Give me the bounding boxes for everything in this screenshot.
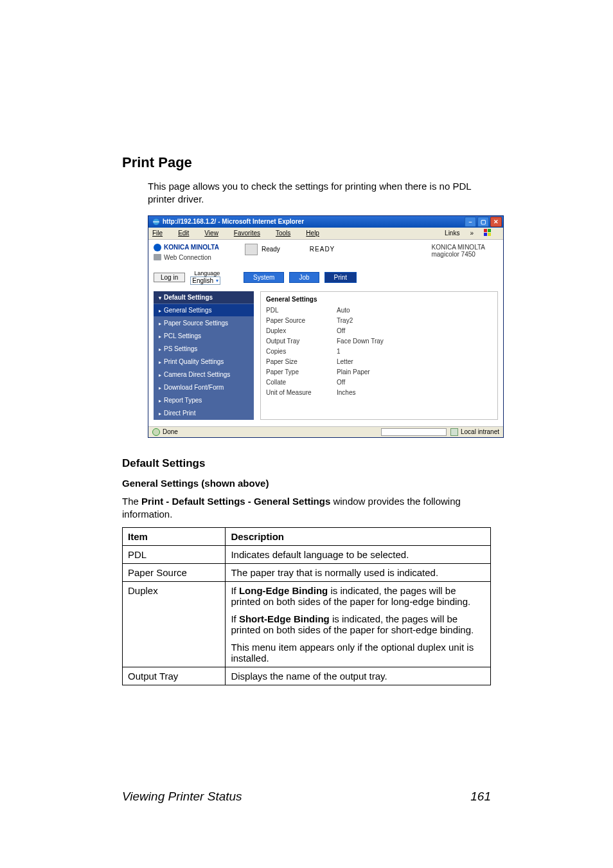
sidebar-item-download-font-form[interactable]: ▸Download Font/Form (154, 381, 254, 394)
page-content: KONICA MINOLTA Web Connection Ready READ… (148, 240, 503, 426)
cell-item: PDL (123, 546, 226, 564)
printer-icon (245, 244, 258, 255)
sidebar-item-paper-source-settings[interactable]: ▸Paper Source Settings (154, 317, 254, 330)
web-connection-label: Web Connection (154, 254, 219, 261)
cell-desc: Displays the name of the output tray. (226, 667, 491, 685)
cell-desc: If Long-Edge Binding is indicated, the p… (226, 582, 491, 667)
done-icon (152, 428, 160, 436)
minimize-button[interactable]: – (465, 217, 476, 227)
close-button[interactable]: ✕ (490, 217, 502, 227)
kv-copies: Copies1 (266, 348, 492, 355)
sidebar-header-default-settings[interactable]: ▾Default Settings (154, 291, 254, 304)
triangle-right-icon: ▸ (159, 398, 161, 404)
status-ready-label: Ready (262, 246, 280, 253)
tab-system[interactable]: System (244, 272, 284, 283)
triangle-right-icon: ▸ (159, 411, 161, 417)
window-title: http://192.168.1.2/ - Microsoft Internet… (163, 218, 465, 225)
kv-duplex: DuplexOff (266, 327, 492, 334)
footer-section: Viewing Printer Status (122, 790, 470, 804)
kv-paper-source: Paper SourceTray2 (266, 317, 492, 324)
sidebar-item-general-settings[interactable]: ▸General Settings (154, 304, 254, 317)
intranet-icon (450, 428, 458, 436)
sidebar-item-ps-settings[interactable]: ▸PS Settings (154, 343, 254, 356)
status-bar: Done Local intranet (148, 426, 503, 437)
kv-unit-of-measure: Unit of MeasureInches (266, 389, 492, 396)
section-general-settings: General Settings (shown above) (122, 478, 491, 489)
menu-edit[interactable]: Edit (178, 230, 197, 237)
table-row: Duplex If Long-Edge Binding is indicated… (123, 582, 491, 667)
info-table: Item Description PDL Indicates default l… (122, 527, 491, 685)
svg-rect-4 (488, 233, 491, 236)
menu-view[interactable]: View (204, 230, 226, 237)
description-text: The Print - Default Settings - General S… (122, 495, 491, 521)
triangle-right-icon: ▸ (159, 372, 161, 378)
sidebar: ▾Default Settings ▸General Settings ▸Pap… (154, 291, 254, 420)
menu-favorites[interactable]: Favorites (234, 230, 268, 237)
cell-desc: The paper tray that is normally used is … (226, 564, 491, 582)
device-brand: KONICA MINOLTA (431, 244, 485, 251)
triangle-right-icon: ▸ (159, 347, 161, 352)
svg-rect-1 (484, 229, 487, 232)
maximize-button[interactable]: ▢ (477, 217, 489, 227)
chevron-down-icon: ▾ (216, 278, 218, 284)
progress-bar (381, 428, 447, 436)
svg-rect-2 (488, 229, 491, 232)
sidebar-item-pcl-settings[interactable]: ▸PCL Settings (154, 330, 254, 343)
intro-text: This page allows you to check the settin… (148, 180, 491, 206)
cell-item: Paper Source (123, 564, 226, 582)
windows-flag-icon (484, 229, 492, 238)
panel-title: General Settings (266, 296, 492, 303)
menu-bar: File Edit View Favorites Tools Help Link… (148, 228, 503, 240)
menu-help[interactable]: Help (306, 230, 327, 237)
section-default-settings: Default Settings (122, 457, 491, 470)
tab-job[interactable]: Job (289, 272, 319, 283)
cell-item: Output Tray (123, 667, 226, 685)
svg-rect-3 (484, 233, 487, 236)
language-label: Language (194, 270, 220, 276)
table-row: Paper Source The paper tray that is norm… (123, 564, 491, 582)
ie-window: http://192.168.1.2/ - Microsoft Internet… (148, 215, 504, 438)
triangle-down-icon: ▾ (159, 295, 161, 301)
sidebar-item-direct-print[interactable]: ▸Direct Print (154, 407, 254, 420)
cell-item: Duplex (123, 582, 226, 667)
chevron-right-icon: » (470, 230, 474, 237)
th-description: Description (226, 528, 491, 546)
language-select[interactable]: English ▾ (190, 276, 220, 285)
pagescope-icon (154, 254, 161, 260)
page-footer: Viewing Printer Status 161 (122, 790, 491, 804)
ie-icon (152, 218, 160, 226)
sidebar-item-camera-direct-settings[interactable]: ▸Camera Direct Settings (154, 368, 254, 381)
kv-output-tray: Output TrayFace Down Tray (266, 338, 492, 345)
menu-tools[interactable]: Tools (276, 230, 298, 237)
kv-pdl: PDLAuto (266, 307, 492, 314)
table-row: Output Tray Displays the name of the out… (123, 667, 491, 685)
footer-page-number: 161 (470, 790, 491, 804)
device-model: magicolor 7450 (431, 251, 485, 258)
table-row: PDL Indicates default language to be sel… (123, 546, 491, 564)
triangle-right-icon: ▸ (159, 334, 161, 339)
triangle-right-icon: ▸ (159, 321, 161, 327)
kv-paper-type: Paper TypePlain Paper (266, 368, 492, 375)
cell-desc: Indicates default language to be selecte… (226, 546, 491, 564)
status-done: Done (163, 428, 178, 435)
menu-links[interactable]: Links (445, 230, 459, 237)
tab-print[interactable]: Print (324, 272, 357, 283)
brand-logo: KONICA MINOLTA (154, 244, 219, 251)
kv-paper-size: Paper SizeLetter (266, 358, 492, 365)
window-titlebar: http://192.168.1.2/ - Microsoft Internet… (148, 216, 503, 228)
menu-file[interactable]: File (152, 230, 170, 237)
general-settings-panel: General Settings PDLAuto Paper SourceTra… (260, 291, 498, 420)
kv-collate: CollateOff (266, 379, 492, 386)
sidebar-item-print-quality-settings[interactable]: ▸Print Quality Settings (154, 356, 254, 368)
triangle-right-icon: ▸ (159, 308, 161, 314)
sidebar-item-report-types[interactable]: ▸Report Types (154, 394, 254, 407)
status-zone: Local intranet (461, 428, 499, 435)
login-button[interactable]: Log in (154, 273, 185, 282)
page-title: Print Page (122, 154, 491, 171)
triangle-right-icon: ▸ (159, 359, 161, 365)
triangle-right-icon: ▸ (159, 385, 161, 391)
th-item: Item (123, 528, 226, 546)
globe-icon (154, 244, 161, 251)
status-ready-big: READY (310, 246, 335, 253)
